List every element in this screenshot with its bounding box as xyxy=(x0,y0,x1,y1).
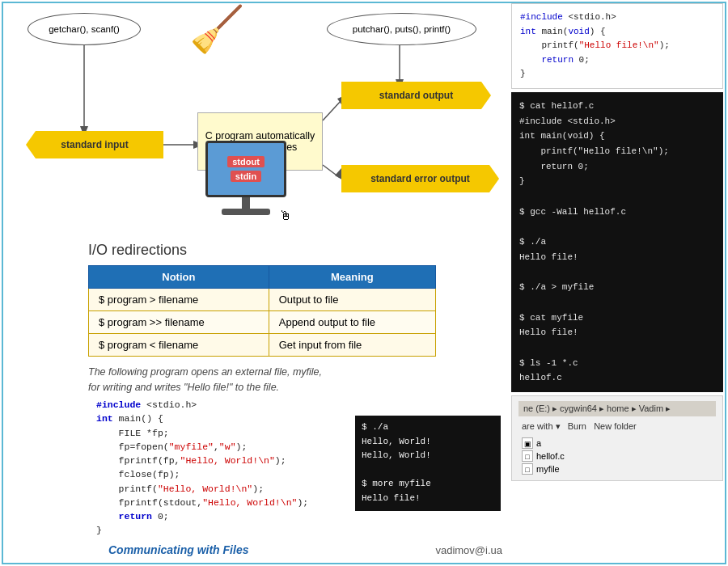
svg-line-6 xyxy=(323,100,341,120)
mascot: 🧹 xyxy=(189,7,245,52)
explorer-bar: ne (E:) ▸ cygwin64 ▸ home ▸ Vadim ▸ xyxy=(518,401,716,416)
stdin-banner: standard input xyxy=(26,131,163,158)
col-meaning: Meaning xyxy=(269,266,435,289)
bottom-author: vadimov@i.ua xyxy=(435,544,502,556)
stdout-label: stdout xyxy=(227,156,265,167)
file-icon-a: ▣ xyxy=(522,437,533,449)
monitor: stdout stdin 🖱 xyxy=(193,141,298,230)
table-row: $ program < filename Get input from file xyxy=(89,334,436,357)
stderr-banner: standard error output xyxy=(341,165,499,192)
file-name-myfile: myfile xyxy=(536,464,560,474)
io-section: I/O redirections Notion Meaning $ progra… xyxy=(7,242,505,395)
bottom-title: Communicating with Files xyxy=(108,543,248,556)
code-left: #include <stdio.h> int main() { FILE *fp… xyxy=(96,398,308,538)
svg-line-8 xyxy=(323,165,339,177)
code-terminal-small: $ ./a Hello, World! Hello, World! $ more… xyxy=(355,416,501,511)
right-explorer: ne (E:) ▸ cygwin64 ▸ home ▸ Vadim ▸ are … xyxy=(511,395,723,481)
file-item-hellof: □ hellof.c xyxy=(518,450,716,463)
meaning-3: Get input from file xyxy=(269,334,435,357)
explorer-bar2: are with ▾ Burn New folder xyxy=(518,420,716,433)
meaning-1: Output to file xyxy=(269,289,435,311)
diagram-area: getchar(), scanf() putchar(), puts(), pr… xyxy=(3,3,505,238)
file-icon-myfile: □ xyxy=(522,463,533,475)
col-notion: Notion xyxy=(89,266,269,289)
right-ellipse: putchar(), puts(), printf() xyxy=(327,13,476,45)
left-ellipse: getchar(), scanf() xyxy=(28,13,141,45)
file-name-hellof: hellof.c xyxy=(536,451,565,461)
file-item-myfile: □ myfile xyxy=(518,463,716,475)
caption-text: The following program opens an external … xyxy=(88,365,505,395)
monitor-screen: stdout stdin xyxy=(205,141,286,197)
notion-3: $ program < filename xyxy=(89,334,269,357)
right-code-top: #include <stdio.h> int main(void) { prin… xyxy=(511,3,723,89)
file-icon-hellof: □ xyxy=(522,450,533,462)
notion-1: $ program > filename xyxy=(89,289,269,311)
file-name-a: a xyxy=(536,438,541,448)
left-panel: getchar(), scanf() putchar(), puts(), pr… xyxy=(3,3,509,563)
monitor-base xyxy=(222,209,270,215)
meaning-2: Append output to file xyxy=(269,311,435,334)
table-row: $ program >> filename Append output to f… xyxy=(89,311,436,334)
table-row: $ program > filename Output to file xyxy=(89,289,436,311)
notion-2: $ program >> filename xyxy=(89,311,269,334)
mouse-icon: 🖱 xyxy=(279,209,292,223)
io-table: Notion Meaning $ program > filename Outp… xyxy=(88,265,436,357)
stdin-label: stdin xyxy=(231,171,261,182)
io-title: I/O redirections xyxy=(88,242,505,259)
stdout-banner: standard output xyxy=(341,82,491,109)
right-terminal: $ cat hellof.c #include <stdio.h> int ma… xyxy=(511,92,723,392)
right-panel: #include <stdio.h> int main(void) { prin… xyxy=(511,3,723,563)
monitor-stand xyxy=(242,197,250,209)
file-item-a: ▣ a xyxy=(518,437,716,450)
